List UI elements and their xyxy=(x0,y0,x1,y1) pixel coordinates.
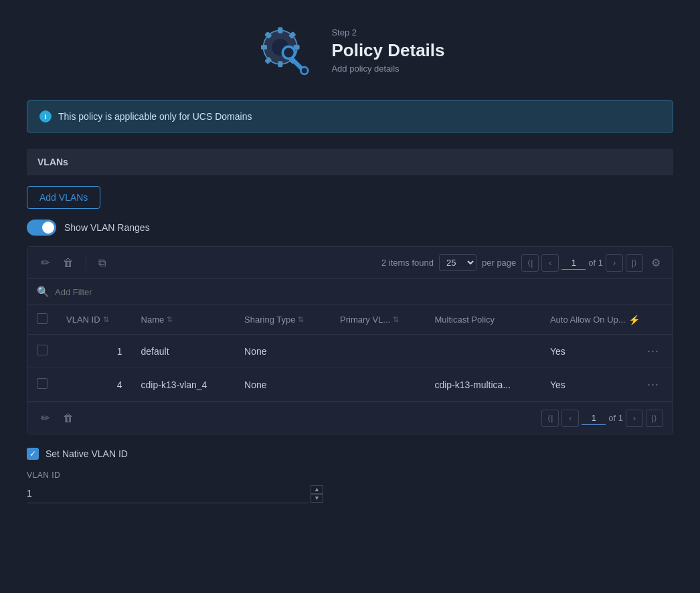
edit-button[interactable]: ✏ xyxy=(37,254,54,272)
header-auto-allow-label: Auto Allow On Up... xyxy=(550,315,626,325)
row2-vlan-id: 4 xyxy=(57,368,132,402)
row2-name: cdip-k13-vlan_4 xyxy=(132,368,236,402)
page-subtitle: Add policy details xyxy=(331,64,444,74)
bottom-first-page-button[interactable]: ⟨| xyxy=(541,410,559,427)
header-primary-vl-label: Primary VL... xyxy=(340,315,390,325)
bottom-next-page-button[interactable]: › xyxy=(626,410,643,427)
bottom-prev-page-button[interactable]: ‹ xyxy=(561,410,579,427)
bottom-delete-button[interactable]: 🗑 xyxy=(59,410,78,427)
table-bottom-toolbar: ✏ 🗑 ⟨| ‹ of 1 › |⟩ xyxy=(27,402,673,434)
prev-page-button[interactable]: ‹ xyxy=(541,254,559,272)
filter-input[interactable] xyxy=(55,287,663,297)
header-name[interactable]: Name ⇅ xyxy=(132,305,236,335)
copy-button[interactable]: ⧉ xyxy=(94,254,110,272)
info-icon: i xyxy=(39,110,52,122)
header-sharing-type-label: Sharing Type xyxy=(244,315,295,325)
row2-primary-vl xyxy=(331,368,425,402)
header-multicast-policy-label: Multicast Policy xyxy=(434,315,495,325)
page-title: Policy Details xyxy=(331,40,444,61)
toolbar-divider xyxy=(86,256,86,270)
spinner-down-button[interactable]: ▼ xyxy=(311,494,323,503)
vlans-table-container: ✏ 🗑 ⧉ 2 items found 25 50 100 per page ⟨… xyxy=(27,246,673,434)
per-page-select[interactable]: 25 50 100 xyxy=(439,254,476,271)
delete-button[interactable]: 🗑 xyxy=(59,254,78,272)
info-banner: i This policy is applicable only for UCS… xyxy=(27,100,673,133)
page-of-label: of 1 xyxy=(588,258,603,268)
toggle-label: Show VLAN Ranges xyxy=(64,222,150,233)
svg-point-12 xyxy=(301,67,309,74)
header-name-label: Name xyxy=(141,315,165,325)
row1-checkbox[interactable] xyxy=(37,345,48,355)
sort-sharing-type-icon: ⇅ xyxy=(298,315,304,324)
svg-point-11 xyxy=(283,47,295,59)
row1-auto-allow-value: Yes xyxy=(550,346,565,357)
row2-actions-button[interactable]: ··· xyxy=(643,376,663,393)
table-settings-button[interactable]: ⚙ xyxy=(648,254,663,272)
table-row: 4 cdip-k13-vlan_4 None cdip-k13-multica.… xyxy=(27,368,673,402)
native-vlan-checkbox[interactable] xyxy=(27,448,39,460)
header-primary-vl[interactable]: Primary VL... ⇅ xyxy=(331,305,425,335)
svg-rect-2 xyxy=(278,27,283,33)
row2-checkbox[interactable] xyxy=(37,378,48,389)
header-text: Step 2 Policy Details Add policy details xyxy=(331,27,444,74)
table-top-toolbar: ✏ 🗑 ⧉ 2 items found 25 50 100 per page ⟨… xyxy=(27,247,673,279)
table-row: 1 default None Yes ··· xyxy=(27,335,673,368)
row2-checkbox-col xyxy=(27,368,57,402)
last-page-button[interactable]: |⟩ xyxy=(626,254,643,272)
per-page-label: per page xyxy=(482,258,516,268)
native-vlan-row: Set Native VLAN ID xyxy=(27,448,673,460)
page-input[interactable] xyxy=(561,256,586,270)
auto-allow-icon: ⚡ xyxy=(628,315,640,325)
vlan-id-input[interactable] xyxy=(27,484,308,503)
sort-name-icon: ⇅ xyxy=(167,315,173,324)
row2-auto-allow: Yes ··· xyxy=(541,368,673,402)
row1-primary-vl xyxy=(331,335,425,368)
row2-sharing-type: None xyxy=(235,368,331,402)
row1-vlan-id: 1 xyxy=(57,335,132,368)
row1-sharing-type: None xyxy=(235,335,331,368)
header-vlan-id-label: VLAN ID xyxy=(66,315,100,325)
header-checkbox-col xyxy=(27,305,57,335)
vlans-table: VLAN ID ⇅ Name ⇅ Sharing Type ⇅ xyxy=(27,305,673,402)
header-sharing-type[interactable]: Sharing Type ⇅ xyxy=(235,305,331,335)
row1-name: default xyxy=(132,335,236,368)
search-icon: 🔍 xyxy=(37,286,50,298)
header-multicast-policy: Multicast Policy xyxy=(425,305,540,335)
svg-rect-3 xyxy=(278,61,283,67)
vlan-id-label: VLAN ID xyxy=(27,471,673,480)
spinner-up-button[interactable]: ▲ xyxy=(311,485,323,494)
header-icon xyxy=(255,20,315,80)
native-vlan-label: Set Native VLAN ID xyxy=(46,448,128,459)
sort-primary-vl-icon: ⇅ xyxy=(393,315,399,324)
vlan-id-field-group: VLAN ID ▲ ▼ xyxy=(27,471,673,503)
bottom-page-of-label: of 1 xyxy=(608,413,623,423)
step-label: Step 2 xyxy=(331,27,444,37)
row1-multicast-policy xyxy=(425,335,540,368)
add-vlans-button[interactable]: Add VLANs xyxy=(27,186,100,209)
bottom-page-input[interactable] xyxy=(582,412,606,425)
section-title: VLANs xyxy=(37,157,68,167)
select-all-checkbox[interactable] xyxy=(37,313,48,324)
bottom-last-page-button[interactable]: |⟩ xyxy=(646,410,663,427)
bottom-edit-button[interactable]: ✏ xyxy=(37,409,54,427)
row1-actions-button[interactable]: ··· xyxy=(643,343,663,359)
next-page-button[interactable]: › xyxy=(606,254,623,272)
pagination-controls: ⟨| ‹ of 1 › |⟩ xyxy=(521,254,643,272)
row1-auto-allow: Yes ··· xyxy=(541,335,673,368)
info-banner-text: This policy is applicable only for UCS D… xyxy=(58,111,252,122)
items-found: 2 items found xyxy=(381,258,434,268)
header-auto-allow: Auto Allow On Up... ⚡ xyxy=(541,305,673,335)
show-vlan-ranges-toggle[interactable] xyxy=(27,220,56,236)
section-header: VLANs xyxy=(27,149,673,175)
row1-checkbox-col xyxy=(27,335,57,368)
vlan-id-input-row: ▲ ▼ xyxy=(27,484,673,503)
table-header-row: VLAN ID ⇅ Name ⇅ Sharing Type ⇅ xyxy=(27,305,673,335)
sort-vlan-id-icon: ⇅ xyxy=(103,315,109,324)
row2-multicast-policy: cdip-k13-multica... xyxy=(425,368,540,402)
row2-auto-allow-value: Yes xyxy=(550,379,565,390)
svg-rect-4 xyxy=(261,45,267,50)
first-page-button[interactable]: ⟨| xyxy=(521,254,539,272)
toggle-row: Show VLAN Ranges xyxy=(27,220,673,236)
filter-row: 🔍 xyxy=(27,279,673,305)
header-vlan-id[interactable]: VLAN ID ⇅ xyxy=(57,305,132,335)
